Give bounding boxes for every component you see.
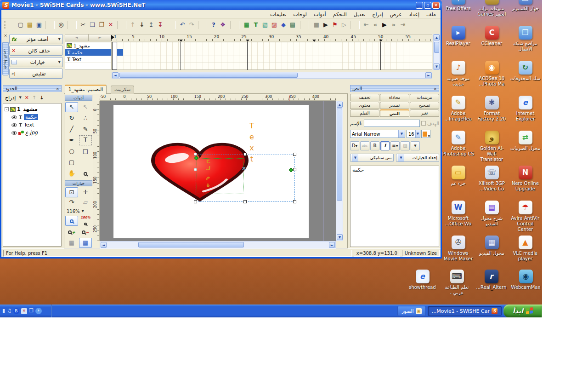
pan-tool[interactable]: ✋ — [65, 168, 78, 178]
menu-item[interactable]: لوحات — [293, 12, 307, 17]
visibility-eye-icon[interactable] — [11, 115, 17, 119]
ellipse-tool[interactable]: ○ — [65, 146, 78, 156]
toolbar-grip[interactable] — [4, 21, 13, 29]
scroll-right-icon[interactable]: ► — [329, 242, 335, 248]
desktop-icon[interactable]: C CCleaner — [475, 25, 509, 60]
scroll-up-icon[interactable]: ▲ — [434, 34, 440, 40]
visibility-eye-icon[interactable] — [11, 123, 17, 127]
zoom-in-tool[interactable]: + — [65, 227, 78, 237]
desktop-icon[interactable]: ▲ VLC media player — [509, 235, 542, 270]
scroll-thumb[interactable] — [119, 73, 298, 78]
desktop-icon[interactable]: r Real_Altern... — [474, 269, 509, 296]
canvas[interactable]: Text حكمة × — [100, 101, 336, 241]
move-down-icon[interactable]: ↓ — [40, 95, 44, 101]
zoom-100-tool[interactable]: 100% — [79, 216, 92, 226]
desktop-icon[interactable]: ✱ Format Factory 2.20 — [475, 95, 509, 130]
dimensions-button[interactable]: D▾ — [350, 141, 359, 150]
snap-to-grid-tool[interactable]: ⊡ — [65, 187, 78, 197]
target-checkbox[interactable] — [421, 121, 426, 126]
open-icon[interactable]: ▤ — [25, 20, 34, 29]
hide-options-button[interactable]: إخفاء الخيارات ▼ — [396, 154, 440, 162]
text-color-button[interactable]: ▼ — [421, 130, 430, 138]
timeline-frames[interactable] — [112, 42, 432, 70]
taskbar-item-photos[interactable]: ▣ الصور — [397, 306, 426, 316]
goto-end-icon[interactable]: ⇥ — [398, 20, 407, 29]
move-down-icon[interactable]: ↓ — [137, 20, 147, 29]
add-effect-button[interactable]: fx أضف مؤثر ▼ — [9, 34, 63, 44]
panel-tab[interactable]: تصدير — [380, 102, 409, 109]
panel-tab[interactable]: تصحيح — [410, 102, 439, 109]
scroll-left-icon[interactable]: ◄ — [101, 242, 107, 248]
battery-icon[interactable]: ▮ — [2, 308, 5, 314]
cut-icon[interactable]: ✂ — [79, 20, 88, 29]
scroll-up-icon[interactable]: ▲ — [337, 102, 343, 108]
tab-design[interactable]: التصميم: مشهد_1 — [65, 85, 107, 94]
redo-icon[interactable]: ↷ — [187, 20, 196, 29]
insert-sprite-icon[interactable]: ◆ — [279, 20, 288, 29]
title-bar[interactable]: S Movie1 - SWiSHE Cards - www.SWiSHE.NeT… — [0, 0, 442, 10]
insert-scene-icon[interactable]: ▦ — [242, 20, 251, 29]
desktop-icon[interactable]: ⇄ محول الصوتيات — [509, 130, 542, 165]
selection-handle[interactable] — [194, 200, 197, 203]
play-movie-icon[interactable]: ⚑ — [330, 20, 339, 29]
menu-item[interactable]: أدوات — [314, 12, 326, 17]
move-top-icon[interactable]: ↥ — [147, 20, 156, 29]
scroll-thumb[interactable] — [337, 109, 342, 201]
tree-item-text2[interactable]: T Text — [5, 121, 60, 129]
timeline-ruler[interactable]: 1510152025303540455055 — [111, 34, 432, 41]
options-button[interactable]: خيارات ▼ — [9, 57, 63, 67]
text-panel-header[interactable]: النص × — [350, 85, 439, 92]
menu-item[interactable]: عرض — [390, 12, 402, 17]
separator[interactable] — [198, 21, 207, 29]
desktop-icon[interactable]: ❒ مواضع شبكة الاتصال — [509, 25, 542, 60]
envelope-tool[interactable]: ▱ — [79, 197, 92, 207]
desktop-icon[interactable]: ◉ WebcamMax — [509, 269, 543, 296]
separator[interactable] — [117, 21, 126, 29]
bold-button[interactable]: B — [370, 141, 379, 150]
desktop-icon[interactable]: ⌨ تعلم الطباعة عربي - — [440, 269, 474, 296]
undo-icon[interactable]: ↶ — [178, 20, 187, 29]
playhead-column[interactable] — [112, 42, 117, 70]
desktop-icon[interactable]: e showthread — [405, 269, 440, 296]
separator[interactable] — [68, 21, 77, 29]
desktop-icon[interactable]: و Golden Al-Wafi Translator — [475, 130, 509, 165]
desktop-icon[interactable]: G منوعات بوابة الخبير Games — [475, 0, 509, 25]
desktop-icon[interactable]: ✎ Adobe Photoshop CS — [441, 130, 475, 165]
close-button[interactable]: × — [432, 2, 440, 9]
panel-tab[interactable]: الفيلم — [350, 109, 379, 117]
new-icon[interactable]: ▢ — [16, 20, 25, 29]
scroll-left-icon[interactable]: ◄ — [112, 72, 119, 78]
selection-handle[interactable] — [194, 168, 197, 171]
separator[interactable] — [45, 21, 55, 29]
more-options-button[interactable]: ▼ — [411, 141, 420, 150]
timeline-h-scrollbar[interactable]: ◄ ► — [112, 72, 432, 79]
menu-item[interactable]: التحكم — [333, 12, 347, 17]
zoom-out-tool[interactable]: − — [79, 227, 92, 237]
move-up-icon[interactable]: ↑ — [128, 20, 137, 29]
insert-button[interactable]: إدراج — [5, 95, 16, 101]
selection-handle[interactable] — [293, 168, 296, 171]
delete-icon[interactable]: ✕ — [106, 20, 115, 29]
insert-image-icon[interactable]: ▧ — [260, 20, 270, 29]
tab-script[interactable]: سكريبت — [111, 86, 134, 94]
separator[interactable] — [167, 21, 176, 29]
desktop-icon[interactable]: ▸ RealPlayer — [441, 25, 475, 60]
start-button[interactable]: ابدأ — [503, 305, 542, 317]
timeline-side-tab[interactable]: شريط الزمن — [2, 42, 9, 75]
delete-icon[interactable]: ✕ — [25, 95, 29, 101]
minimize-button[interactable]: _ — [416, 2, 423, 9]
guide-icon[interactable]: ❖ — [218, 20, 227, 29]
separator[interactable] — [230, 21, 239, 29]
desktop-icon[interactable]: ♪ موجة صوتية جديدة — [441, 60, 475, 95]
canvas-h-scrollbar[interactable]: ◄ ► — [100, 241, 336, 248]
network-icon[interactable]: ❒ — [29, 308, 34, 314]
subselect-tool[interactable]: ↖ — [79, 102, 92, 112]
canvas-v-scrollbar[interactable]: ▲ ▼ — [336, 101, 343, 241]
rotate-tool[interactable]: ↻ — [65, 113, 78, 123]
selection-handle[interactable] — [293, 153, 296, 156]
spelling-button[interactable]: abc — [360, 141, 369, 150]
menu-item[interactable]: إعداد — [409, 12, 419, 17]
transform-tool[interactable]: ✛ — [79, 187, 92, 197]
copy-icon[interactable]: ❏ — [88, 20, 97, 29]
rectangle-tool[interactable]: □ — [79, 146, 92, 156]
